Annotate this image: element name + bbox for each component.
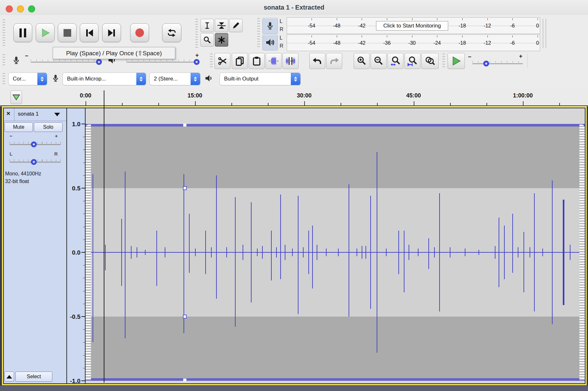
speed-slider-max-label: + [519, 53, 523, 60]
meter-tick [462, 35, 463, 37]
audio-host-select[interactable]: Cor... [8, 73, 47, 85]
fit-project-button[interactable] [404, 53, 420, 69]
meter-toolbar-grip[interactable] [257, 18, 260, 49]
ruler-time-label: 0:00 [71, 92, 100, 99]
fit-selection-button[interactable] [388, 53, 403, 69]
record-button[interactable] [130, 23, 149, 42]
envelope-control-point[interactable] [183, 186, 187, 190]
solo-button[interactable]: Solo [34, 122, 63, 132]
speed-slider[interactable] [472, 63, 523, 64]
tools-toolbar-grip[interactable] [195, 19, 198, 48]
transport-toolbar-grip[interactable] [3, 19, 5, 47]
start-monitoring-overlay[interactable]: Click to Start Monitoring [376, 21, 448, 31]
zoom-in-button[interactable] [354, 53, 370, 69]
waveform-spike [357, 249, 357, 256]
skip-to-end-button[interactable] [102, 23, 121, 42]
play-meter-speaker-button[interactable] [262, 34, 278, 50]
selection-tool-button[interactable] [200, 19, 214, 32]
meter-tick [312, 18, 312, 20]
waveform-spike [165, 247, 165, 257]
recording-device-select[interactable]: Built-in Microp... [63, 73, 146, 85]
play-icon [40, 28, 50, 38]
track-menu-dropdown-icon[interactable] [54, 113, 60, 116]
play-at-speed-button[interactable] [448, 53, 465, 69]
waveform-spike [317, 245, 317, 260]
multi-tool-button[interactable] [215, 33, 228, 47]
meter-resize-grip[interactable] [543, 19, 546, 48]
trim-audio-button[interactable] [266, 53, 282, 69]
waveform-spike [495, 246, 495, 259]
speed-slider-thumb[interactable] [483, 61, 489, 66]
envelope-control-point[interactable] [183, 124, 186, 126]
device-toolbar-grip[interactable] [3, 73, 5, 85]
silence-audio-button[interactable] [283, 53, 298, 69]
meter-tick [337, 18, 337, 20]
edit-toolbar-grip[interactable] [210, 54, 213, 68]
meter-tick [487, 18, 488, 20]
pan-left-label: L [10, 151, 12, 157]
zoom-tool-button[interactable] [200, 33, 214, 47]
chevron-up-down-icon [191, 73, 200, 85]
waveform-spike [303, 247, 304, 257]
magnifier-icon [203, 36, 211, 44]
ruler-time-label: 15:00 [181, 92, 209, 99]
playback-device-select[interactable]: Built-in Output [220, 73, 301, 85]
waveform-area[interactable] [86, 108, 585, 383]
speed-toolbar-grip[interactable] [442, 54, 445, 68]
horizontal-scrollbar-area[interactable] [0, 386, 588, 391]
undo-button[interactable] [309, 53, 325, 69]
envelope-tool-button[interactable] [215, 19, 228, 32]
play-button[interactable] [36, 23, 55, 42]
pause-button[interactable] [13, 23, 32, 42]
pause-icon [19, 28, 26, 37]
vertical-ruler[interactable]: 1.00.50.0-0.5-1.0 [67, 108, 85, 383]
recording-channels-select[interactable]: 2 (Stere... [149, 73, 200, 85]
zoom-toggle-icon [425, 56, 435, 66]
waveform-spike [251, 202, 252, 303]
pencil-icon [232, 21, 240, 30]
clip-left-edge-handle[interactable] [86, 125, 91, 380]
envelope-control-point[interactable] [183, 379, 186, 381]
paste-button[interactable] [249, 53, 265, 69]
envelope-control-point[interactable] [183, 315, 187, 318]
cut-button[interactable] [215, 53, 230, 69]
zoom-in-icon [357, 56, 367, 66]
zoom-out-button[interactable] [371, 53, 387, 69]
ruler-tick [86, 101, 86, 105]
playback-meter[interactable]: -54-48-42-36-30-24-18-12-60 [287, 34, 540, 51]
meter-tick [538, 35, 538, 37]
meter-db-label: -12 [480, 23, 494, 29]
timeline-ruler[interactable]: 0:0015:0030:0045:001:00:00 [0, 88, 588, 106]
loop-button[interactable] [162, 23, 181, 42]
record-meter-mic-button[interactable] [262, 18, 278, 34]
collapse-icon [6, 375, 12, 379]
pinned-play-head-button[interactable] [11, 90, 22, 104]
waveform-spike [530, 247, 530, 257]
gain-slider-thumb[interactable] [31, 142, 37, 147]
recording-volume-thumb[interactable] [96, 59, 102, 65]
track-title[interactable]: sonata 1 [18, 111, 39, 117]
zoom-toggle-button[interactable] [421, 53, 439, 69]
collapse-track-button[interactable] [4, 372, 14, 382]
close-track-button[interactable]: × [6, 110, 10, 117]
stop-button[interactable] [58, 23, 77, 42]
waveform-spike [428, 238, 429, 269]
waveform-spike [434, 247, 435, 257]
mute-button[interactable]: Mute [4, 122, 33, 132]
clip-right-edge-handle[interactable] [579, 125, 585, 380]
mixer-toolbar-grip[interactable] [3, 54, 5, 67]
ruler-tick [377, 103, 378, 105]
playback-volume-slider[interactable] [126, 62, 199, 63]
play-button-tooltip: Play (Space) / Play Once (⇧Space) [53, 47, 175, 59]
skip-to-start-button[interactable] [80, 23, 99, 42]
copy-button[interactable] [232, 53, 248, 69]
meter-tick [487, 35, 488, 37]
redo-button[interactable] [326, 53, 342, 69]
ruler-tick [414, 101, 414, 105]
select-track-button[interactable]: Select [15, 372, 52, 382]
pan-slider-thumb[interactable] [31, 159, 37, 165]
recording-volume-slider[interactable] [31, 62, 102, 63]
playback-volume-thumb[interactable] [194, 59, 200, 65]
silence-audio-icon [285, 56, 296, 66]
draw-tool-button[interactable] [229, 19, 243, 32]
